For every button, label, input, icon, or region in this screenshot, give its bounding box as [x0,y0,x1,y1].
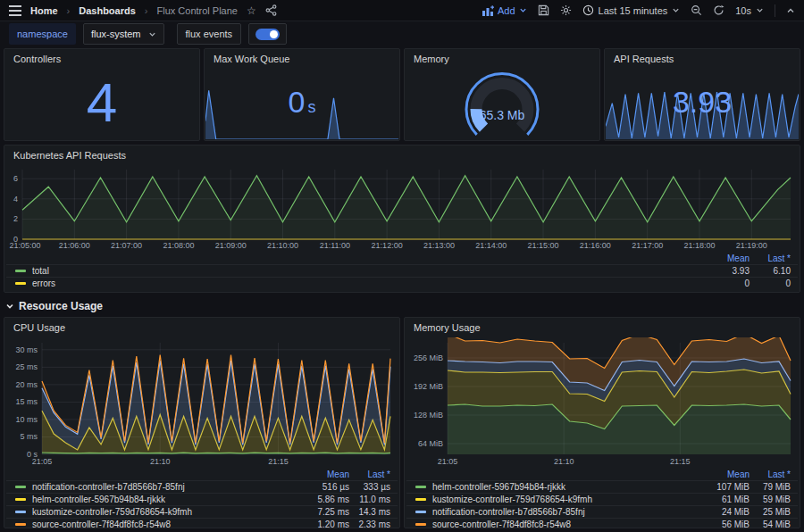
panel-cpu-usage: CPU Usage 21:0521:1021:150 s5 ms10 ms15 … [4,317,400,528]
time-range-label: Last 15 minutes [599,5,668,16]
refresh-interval-picker[interactable]: 10s [735,5,764,16]
legend-row[interactable]: helm-controller-5967b94b84-rjkkk107 MiB7… [406,480,798,493]
legend-series-name[interactable]: kustomize-controller-759d768654-k9fmh [32,507,297,517]
share-icon[interactable] [265,4,277,16]
breadcrumb-dashboards[interactable]: Dashboards [79,5,136,16]
max-work-queue-stat-value: 0s [205,85,399,120]
controllers-stat-value: 4 [4,71,199,134]
refresh-icon[interactable] [713,4,724,16]
panel-title[interactable]: API Requests [605,49,800,69]
namespace-variable-select[interactable]: flux-system [83,23,164,45]
legend-last-value: 14.3 ms [349,507,390,517]
svg-text:21:16:00: 21:16:00 [580,241,611,250]
save-dashboard-icon[interactable] [538,4,549,16]
memory-usage-legend: Mean Last * helm-controller-5967b94b84-r… [406,469,798,528]
legend-swatch [415,511,426,513]
flux-events-toggle[interactable] [248,23,287,45]
legend-series-name[interactable]: notification-controller-b7d8566b7-85fnj [32,482,297,492]
api-requests-stat-value: 3.93 [605,85,800,120]
toggle-track[interactable] [255,29,280,40]
legend-swatch [415,498,426,501]
legend-header: Mean Last * [6,253,798,264]
svg-text:21:14:00: 21:14:00 [475,241,507,250]
legend-swatch [15,523,26,526]
legend-header: Mean Last * [6,469,398,480]
kubernetes-api-requests-chart[interactable]: 21:05:0021:06:0021:07:0021:08:0021:09:00… [6,165,798,252]
legend-mean-value: 56 MiB [698,520,750,528]
legend-mean-header[interactable]: Mean [297,470,349,479]
svg-text:192 MiB: 192 MiB [414,382,443,391]
panel-kubernetes-api-requests: Kubernetes API Requests 21:05:0021:06:00… [4,145,800,293]
legend-row[interactable]: source-controller-7f84df8fc8-r54w81.20 m… [6,518,398,528]
svg-text:20 ms: 20 ms [15,380,38,389]
legend-last-value: 0 [750,278,791,288]
legend-swatch [15,486,26,488]
legend-series-name[interactable]: total [32,266,698,276]
namespace-variable-value: flux-system [91,29,141,39]
memory-gauge[interactable]: 65.3 Mb [444,67,560,140]
legend-row[interactable]: source-controller-7f84df8fc8-r54w856 MiB… [406,518,798,528]
breadcrumb-home[interactable]: Home [30,5,58,16]
panel-title[interactable]: Memory [405,49,599,69]
svg-text:0 s: 0 s [27,450,38,459]
section-resource-usage[interactable]: Resource Usage [5,297,103,315]
legend-series-name[interactable]: notification-controller-b7d8566b7-85fnj [432,507,698,517]
favorite-star-icon[interactable]: ☆ [247,5,256,16]
section-chevron-down-icon [5,302,14,311]
panel-title[interactable]: Max Work Queue [205,49,399,69]
legend-series-name[interactable]: helm-controller-5967b94b84-rjkkk [32,495,297,504]
legend-last-value: 59 MiB [750,495,791,504]
panel-title[interactable]: Controllers [4,49,199,69]
legend-swatch [15,270,26,272]
legend-series-name[interactable]: kustomize-controller-759d768654-k9fmh [432,495,698,504]
legend-row[interactable]: errors00 [6,277,798,289]
hamburger-menu-button[interactable] [9,5,21,16]
legend-mean-header[interactable]: Mean [698,470,750,479]
panel-controllers: Controllers 4 [4,48,200,141]
kubernetes-api-requests-legend: Mean Last * total3.936.10errors00 [6,253,798,289]
legend-last-value: 25 MiB [750,507,791,517]
legend-row[interactable]: kustomize-controller-759d768654-k9fmh61 … [406,493,798,505]
legend-last-header[interactable]: Last * [750,470,791,479]
namespace-variable-label[interactable]: namespace [9,23,76,45]
legend-last-value: 2.33 ms [349,520,390,528]
chevron-down-icon [148,30,156,38]
filter-bar: namespace flux-system flux events [9,23,287,45]
cpu-usage-chart[interactable]: 21:0521:1021:150 s5 ms10 ms15 ms20 ms25 … [6,337,398,468]
dashboard-settings-gear-icon[interactable] [560,4,572,16]
svg-text:6: 6 [13,174,18,183]
panel-memory-usage: Memory Usage 21:0521:1021:1564 MiB128 Mi… [404,317,800,528]
legend-row[interactable]: notification-controller-b7d8566b7-85fnj5… [6,480,398,493]
memory-usage-chart[interactable]: 21:0521:1021:1564 MiB128 MiB192 MiB256 M… [406,337,798,468]
legend-last-header[interactable]: Last * [349,470,390,479]
collapse-nav-chevron-up-icon[interactable] [786,6,795,15]
legend-row[interactable]: kustomize-controller-759d768654-k9fmh7.2… [6,505,398,518]
legend-row[interactable]: helm-controller-5967b94b84-rjkkk5.86 ms1… [6,493,398,505]
svg-text:21:05: 21:05 [438,457,458,466]
panel-title[interactable]: Kubernetes API Requests [4,145,800,165]
svg-text:21:17:00: 21:17:00 [632,241,663,250]
zoom-out-time-icon[interactable] [691,4,702,16]
legend-header: Mean Last * [406,469,798,480]
svg-text:21:10: 21:10 [554,457,574,466]
svg-text:21:09:00: 21:09:00 [215,241,247,250]
time-range-picker[interactable]: Last 15 minutes [582,4,681,16]
svg-text:21:12:00: 21:12:00 [372,241,403,250]
svg-text:5 ms: 5 ms [20,432,38,441]
legend-series-name[interactable]: source-controller-7f84df8fc8-r54w8 [32,520,297,528]
legend-row[interactable]: total3.936.10 [6,264,798,277]
memory-gauge-value: 65.3 Mb [444,108,560,122]
svg-text:21:15: 21:15 [268,457,289,466]
legend-series-name[interactable]: source-controller-7f84df8fc8-r54w8 [432,520,698,528]
panel-max-work-queue: Max Work Queue 0s [204,48,400,141]
legend-series-name[interactable]: errors [32,278,698,288]
svg-text:21:11:00: 21:11:00 [320,241,350,250]
legend-row[interactable]: notification-controller-b7d8566b7-85fnj2… [406,505,798,518]
legend-mean-header[interactable]: Mean [698,254,750,263]
legend-series-name[interactable]: helm-controller-5967b94b84-rjkkk [432,482,698,492]
legend-swatch [15,498,26,501]
legend-last-header[interactable]: Last * [750,254,791,263]
panel-title[interactable]: Memory Usage [405,318,800,337]
add-panel-button[interactable]: Add [482,5,527,16]
panel-title[interactable]: CPU Usage [4,318,399,337]
